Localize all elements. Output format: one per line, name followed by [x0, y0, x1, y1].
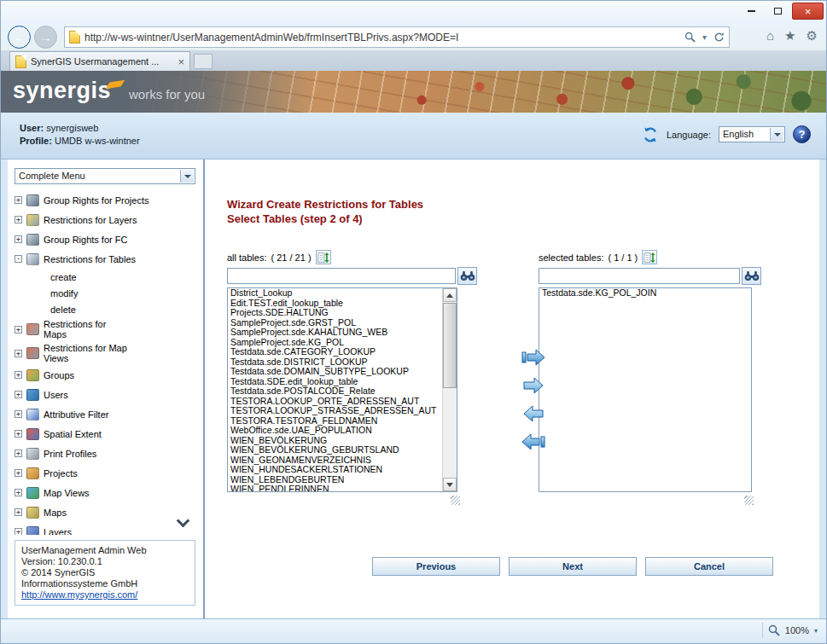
url-text[interactable]: http://w-ws-wintner/UserManagementAdminW… [84, 32, 680, 44]
menu-select-caret-icon[interactable] [180, 170, 194, 183]
table-list-item[interactable]: WIEN_HUNDESACKERLSTATIONEN [228, 465, 457, 475]
print-profiles-icon [26, 448, 39, 460]
expander-icon[interactable]: + [15, 450, 22, 457]
previous-button[interactable]: Previous [372, 557, 500, 576]
sidebar-item-layers[interactable]: + Layers [9, 522, 201, 535]
help-icon[interactable]: ? [793, 125, 811, 143]
select-caret-icon[interactable] [770, 128, 783, 141]
expander-icon[interactable]: + [15, 410, 22, 418]
expander-icon[interactable]: + [15, 196, 22, 204]
all-tables-count: ( 21 / 21 ) [271, 252, 311, 263]
expander-icon[interactable]: + [15, 469, 22, 477]
table-list-item[interactable]: Testdata.sde.DOMAIN_SUBTYPE_LOOKUP [228, 367, 457, 377]
all-tables-label: all tables: [227, 252, 266, 263]
home-icon[interactable]: ⌂ [766, 28, 774, 44]
expander-icon[interactable]: + [15, 326, 22, 334]
selected-tables-resize-grip[interactable] [744, 496, 754, 505]
search-icon[interactable] [684, 32, 696, 43]
add-all-tables-button[interactable] [519, 346, 548, 368]
website-link[interactable]: http://www.mysynergis.com/ [21, 589, 137, 600]
sidebar-item-print-profiles[interactable]: + Print Profiles [9, 444, 201, 463]
scroll-down-button[interactable] [443, 478, 457, 491]
selected-tables-search-button[interactable] [742, 267, 761, 285]
refresh-icon[interactable] [713, 32, 725, 43]
sidebar-item-projects[interactable]: + Projects [9, 463, 201, 483]
expander-icon[interactable]: + [15, 528, 22, 535]
new-tab-button[interactable] [194, 54, 213, 69]
all-tables-listbox[interactable]: District_LookupEdit.TEST.edit_lookup_tab… [227, 287, 457, 492]
browser-window: × ← → http://w-ws-wintner/UserManagement… [0, 0, 827, 644]
remove-all-tables-button[interactable] [519, 431, 548, 453]
table-list-item[interactable]: WIEN_PENDLERINNEN [228, 484, 457, 492]
zoom-level[interactable]: 100% [785, 625, 809, 635]
profile-value: UMDB w-ws-wintner [55, 136, 140, 146]
browser-tab[interactable]: SynerGIS Usermanagement ... × [9, 51, 190, 71]
expander-icon[interactable]: + [15, 371, 22, 379]
remove-table-button[interactable] [519, 403, 548, 425]
settings-gear-icon[interactable]: ⚙ [807, 28, 818, 44]
forward-button[interactable]: → [34, 26, 57, 49]
close-button[interactable]: × [792, 3, 824, 20]
expander-icon[interactable]: + [15, 430, 22, 438]
expander-icon[interactable]: + [15, 216, 22, 223]
maximize-button[interactable] [766, 3, 790, 20]
sidebar-item-spatial-extent[interactable]: + Spatial Extent [9, 424, 201, 444]
titlebar: × [1, 1, 826, 24]
scrollbar-thumb[interactable] [443, 303, 457, 388]
next-button[interactable]: Next [509, 557, 637, 576]
sidebar-item-map-views[interactable]: + Map Views [9, 483, 201, 502]
selected-tables-listbox[interactable]: Testdata.sde.KG_POL_JOIN [539, 287, 752, 492]
address-bar[interactable]: http://w-ws-wintner/UserManagementAdminW… [64, 26, 730, 48]
sidebar-item-group-rights-for-projects[interactable]: + Group Rights for Projects [9, 190, 201, 210]
sidebar-item-users[interactable]: + Users [9, 385, 201, 404]
sidebar-item-groups[interactable]: + Groups [9, 365, 201, 385]
all-tables-refresh-count-icon[interactable] [316, 250, 331, 264]
sidebar-item-maps[interactable]: + Maps [9, 502, 201, 522]
reload-session-icon[interactable] [642, 126, 659, 143]
back-button[interactable]: ← [8, 26, 31, 49]
sidebar-item-group-rights-for-fc[interactable]: + Group Rights for FC [9, 229, 201, 249]
selected-tables-filter-input[interactable] [539, 268, 740, 284]
selected-tables-refresh-count-icon[interactable] [642, 250, 657, 264]
expander-icon[interactable]: - [15, 255, 22, 263]
table-list-item[interactable]: TESTORA.LOOKUP_STRASSE_ADRESSEN_AUT [228, 406, 457, 416]
sidebar-item-restrictions-for-layers[interactable]: + Restrictions for Layers [9, 210, 201, 229]
all-tables-filter-input[interactable] [227, 268, 456, 284]
expander-icon[interactable]: + [15, 391, 22, 398]
zoom-caret-icon[interactable]: ▾ [814, 627, 818, 635]
restrictions-map-views-icon [26, 347, 39, 359]
expander-icon[interactable]: + [15, 489, 22, 496]
sidebar-item-modify[interactable]: modify [9, 285, 201, 301]
minimize-button[interactable] [739, 3, 764, 20]
sidebar-item-delete[interactable]: delete [9, 301, 201, 317]
sidebar-item-restrictions-for-map-views[interactable]: + Restrictions for Map Views [9, 341, 201, 365]
table-list-item[interactable]: Projects.SDE.HALTUNG [228, 308, 457, 318]
sidebar-item-restrictions-for-maps[interactable]: + Restrictions for Maps [9, 317, 201, 341]
table-list-item[interactable]: Testdata.sde.KG_POL_JOIN [539, 288, 751, 299]
table-list-item[interactable]: Testdata.sde.POSTALCODE_Relate [228, 386, 457, 397]
sidebar-item-restrictions-for-tables[interactable]: - Restrictions for Tables [9, 249, 201, 269]
table-list-item[interactable]: District_Lookup [228, 288, 457, 299]
table-list-item[interactable]: SampleProject.sde.KAHALTUNG_WEB [228, 328, 457, 338]
sidebar-item-attributive-filter[interactable]: + Attributive Filter [9, 404, 201, 424]
scroll-up-icon [446, 293, 453, 298]
add-table-button[interactable] [519, 374, 548, 397]
scroll-up-button[interactable] [443, 288, 457, 302]
table-list-item[interactable]: WebOffice.sde.UAE_POPULATION [228, 426, 457, 436]
favorites-star-icon[interactable]: ★ [784, 28, 795, 44]
table-list-item[interactable]: Testdata.sde.CATEGORY_LOOKUP [228, 347, 457, 357]
language-select[interactable]: English [719, 126, 785, 142]
address-dropdown-icon[interactable]: ▾ [702, 32, 707, 42]
tab-close-icon[interactable]: × [178, 56, 184, 67]
all-tables-scrollbar[interactable] [442, 288, 457, 491]
sidebar-item-create[interactable]: create [9, 269, 201, 285]
menu-select[interactable]: Complete Menu [15, 168, 195, 184]
expander-icon[interactable]: + [15, 508, 22, 516]
cancel-button[interactable]: Cancel [645, 557, 773, 576]
expander-icon[interactable]: + [15, 235, 22, 243]
all-tables-search-button[interactable] [457, 267, 477, 285]
expander-icon[interactable]: + [15, 350, 22, 357]
all-tables-resize-grip[interactable] [451, 496, 460, 505]
table-list-item[interactable]: WIEN_BEVÖLKERUNG_GEBURTSLAND [228, 445, 457, 455]
zoom-magnifier-icon[interactable] [768, 624, 780, 636]
